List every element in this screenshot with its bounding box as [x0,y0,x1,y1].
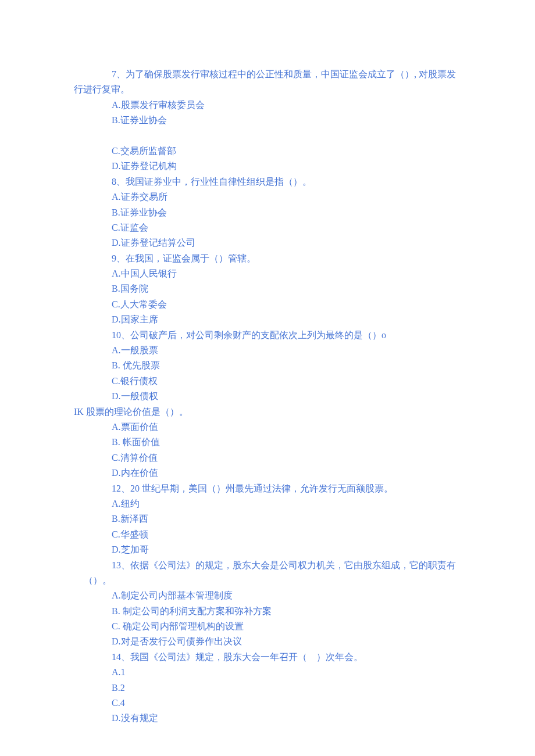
text-line: A.股票发行审核委员会 [112,98,477,113]
text-line: C.华盛顿 [112,527,477,542]
text-line: （）。 [84,573,477,588]
text-line: A.纽约 [112,496,477,511]
text-line: C.银行债权 [112,374,477,389]
text-line: 行进行复审。 [74,82,477,97]
text-line: D.芝加哥 [112,542,477,557]
text-line: D.国家主席 [112,312,477,327]
text-line: 13、依据《公司法》的规定，股东大会是公司权力机关，它由股东组成，它的职责有 [112,558,477,573]
text-line: D.证券登记结算公司 [112,235,477,250]
text-line: A.中国人民银行 [112,266,477,281]
text-line: D.证券登记机构 [112,159,477,174]
text-line: B.2 [112,680,477,696]
text-line: A.1 [112,665,477,680]
document-content: 7、为了确保股票发行审核过程中的公正性和质量，中国证监会成立了（）, 对股票发行… [0,67,535,726]
text-line: B.国务院 [112,281,477,296]
text-line: C.4 [112,696,477,711]
text-line: B.新泽西 [112,511,477,526]
text-line: B. 制定公司的利润支配方案和弥补方案 [112,604,477,619]
text-line: B.证券业协会 [112,205,477,220]
text-line: C. 确定公司内部管理机构的设置 [112,619,477,634]
text-line: IK 股票的理论价值是（）。 [74,404,477,420]
text-line [112,128,477,144]
text-line: C.证监会 [112,220,477,235]
text-line: 7、为了确保股票发行审核过程中的公正性和质量，中国证监会成立了（）, 对股票发 [112,67,477,82]
text-line: D.没有规定 [112,711,477,726]
text-line: A.票面价值 [112,420,477,435]
text-line: 12、20 世纪早期，美国（）州最先通过法律，允许发行无面额股票。 [112,481,477,496]
text-line: 8、我国证券业中，行业性自律性组织是指（）。 [112,174,477,189]
text-line: B. 优先股票 [112,358,477,373]
text-line: D.一般债权 [112,389,477,404]
text-line: D.对是否发行公司债券作出决议 [112,634,477,649]
text-line: 9、在我国，证监会属于（）管辖。 [112,251,477,266]
text-line: D.内在价值 [112,465,477,481]
text-line: C.清算价值 [112,450,477,465]
text-line: C.交易所监督部 [112,144,477,159]
text-line: 14、我国《公司法》规定，股东大会一年召开（ ）次年会。 [112,650,477,665]
text-line: A.证券交易所 [112,189,477,205]
text-line: B.证券业协会 [112,113,477,128]
text-line: 10、公司破产后，对公司剩余财产的支配依次上列为最终的是（）o [112,328,477,343]
text-line: B. 帐面价值 [112,435,477,450]
text-line: A.一般股票 [112,343,477,358]
text-line: C.人大常委会 [112,297,477,312]
text-line: A.制定公司内部基本管理制度 [112,588,477,603]
